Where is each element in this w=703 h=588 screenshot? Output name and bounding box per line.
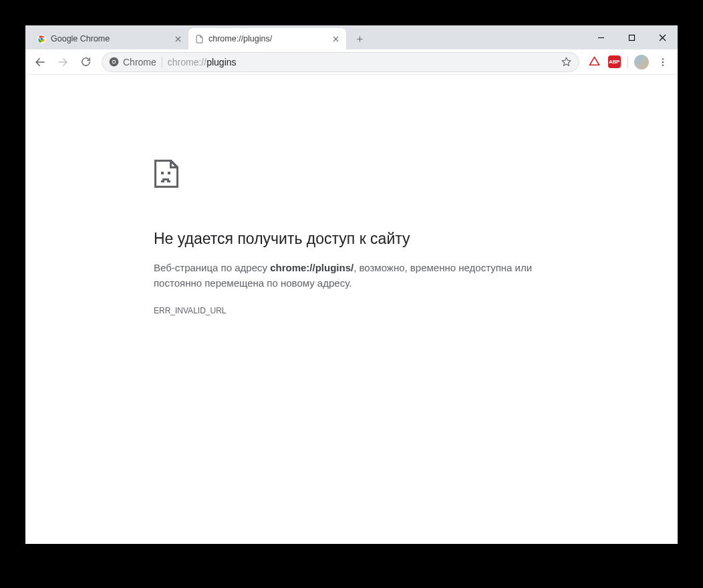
tab-title: chrome://plugins/: [208, 34, 326, 43]
browser-window: Google Chrome chrome://plugins/: [25, 25, 678, 544]
error-code: ERR_INVALID_URL: [154, 306, 678, 315]
tab-plugins[interactable]: chrome://plugins/: [188, 28, 346, 49]
omnibox-separator: [162, 57, 162, 67]
svg-point-6: [662, 58, 664, 59]
chrome-favicon-icon: [36, 33, 47, 44]
site-chip-label: Chrome: [123, 57, 156, 67]
svg-rect-2: [629, 35, 634, 40]
reload-button[interactable]: [75, 51, 96, 73]
back-button[interactable]: [29, 51, 51, 73]
svg-point-7: [662, 61, 664, 62]
menu-button[interactable]: [652, 51, 674, 73]
bookmark-star-icon[interactable]: [561, 56, 572, 67]
url-text: chrome://plugins: [168, 57, 237, 67]
svg-point-8: [662, 64, 664, 65]
adblock-extension-icon[interactable]: ABP: [605, 53, 623, 71]
titlebar: Google Chrome chrome://plugins/: [25, 25, 678, 49]
tab-close-button[interactable]: [330, 33, 341, 44]
toolbar: Chrome chrome://plugins ABP: [25, 49, 678, 75]
toolbar-divider: [627, 56, 628, 68]
maximize-button[interactable]: [616, 25, 647, 49]
page-favicon-icon: [194, 33, 204, 44]
tabstrip: Google Chrome chrome://plugins/: [25, 25, 585, 49]
forward-button[interactable]: [52, 51, 74, 73]
tab-title: Google Chrome: [51, 34, 168, 43]
error-title: Не удается получить доступ к сайту: [154, 230, 678, 248]
close-window-button[interactable]: [647, 25, 678, 49]
new-tab-button[interactable]: [350, 29, 369, 48]
address-bar[interactable]: Chrome chrome://plugins: [102, 52, 579, 72]
yandex-extension-icon[interactable]: [585, 53, 603, 71]
page-content: Не удается получить доступ к сайту Веб-с…: [25, 75, 678, 544]
chrome-chip-icon: [109, 57, 119, 67]
svg-rect-10: [168, 172, 170, 174]
minimize-button[interactable]: [585, 25, 616, 49]
svg-rect-9: [161, 172, 164, 174]
avatar-icon: [634, 55, 649, 69]
error-body: Веб-страница по адресу chrome://plugins/…: [154, 260, 548, 291]
profile-avatar[interactable]: [632, 53, 651, 71]
svg-point-1: [40, 37, 43, 40]
sad-page-icon: [154, 159, 202, 207]
svg-point-5: [113, 61, 116, 63]
site-chip[interactable]: Chrome: [109, 57, 156, 67]
tab-close-button[interactable]: [172, 33, 183, 44]
window-controls: [585, 25, 678, 49]
tab-google-chrome[interactable]: Google Chrome: [31, 28, 188, 49]
